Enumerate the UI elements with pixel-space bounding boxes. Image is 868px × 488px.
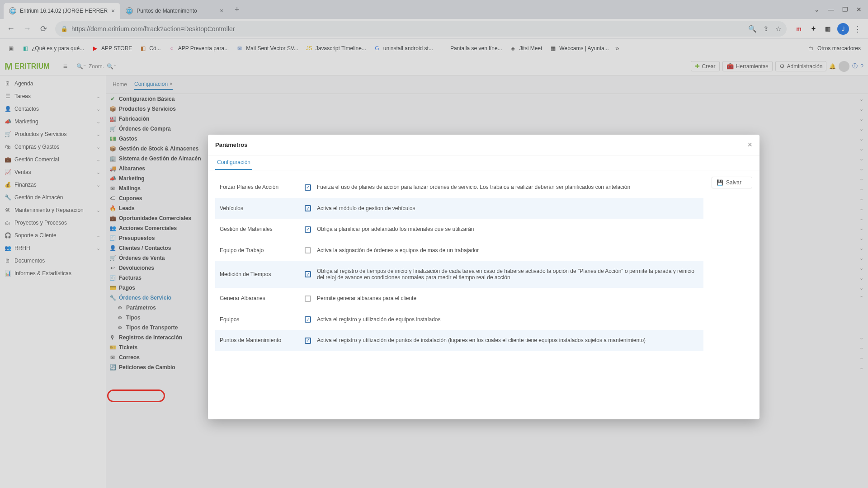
param-description: Fuerza el uso de planes de acción para l… <box>317 184 699 190</box>
param-label: Equipo de Trabajo <box>220 247 299 253</box>
param-label: Medición de Tiempos <box>220 271 299 277</box>
param-row: Generar Albaranes✓Permite generar albara… <box>215 288 703 309</box>
param-description: Activa el registro y utilización de punt… <box>317 337 699 343</box>
param-description: Permite generar albaranes para el client… <box>317 295 699 301</box>
param-row: Equipos✓Activa el registro y utilización… <box>215 309 703 330</box>
parametros-modal: Parámetros × Configuración Forzar Planes… <box>208 135 760 419</box>
param-row: Medición de Tiempos✓Obliga al registro d… <box>215 261 703 288</box>
param-row: Puntos de Mantenimiento✓Activa el regist… <box>215 330 703 351</box>
param-checkbox[interactable]: ✓ <box>305 296 311 302</box>
param-checkbox[interactable]: ✓ <box>305 247 311 253</box>
tab-configuracion[interactable]: Configuración <box>215 155 252 170</box>
save-icon: 💾 <box>717 179 723 186</box>
param-checkbox[interactable]: ✓ <box>305 184 311 191</box>
param-description: Activa la asignación de órdenes a equipo… <box>317 247 699 253</box>
param-label: Puntos de Mantenimiento <box>220 337 299 343</box>
param-checkbox[interactable]: ✓ <box>305 338 311 344</box>
param-label: Generar Albaranes <box>220 295 299 301</box>
param-checkbox[interactable]: ✓ <box>305 271 311 277</box>
param-row: Vehículos✓Activa el módulo de gestion de… <box>215 198 703 219</box>
param-description: Obliga al registro de tiempos de inicio … <box>317 268 699 281</box>
param-label: Vehículos <box>220 205 299 211</box>
param-label: Gestión de Materiales <box>220 226 299 232</box>
close-icon[interactable]: × <box>747 140 752 150</box>
param-description: Activa el registro y utilización de equi… <box>317 316 699 323</box>
param-label: Equipos <box>220 316 299 323</box>
param-checkbox[interactable]: ✓ <box>305 226 311 233</box>
param-description: Obliga a planificar por adelantado los m… <box>317 226 699 232</box>
param-checkbox[interactable]: ✓ <box>305 205 311 211</box>
param-row: Forzar Planes de Acción✓Fuerza el uso de… <box>215 177 703 198</box>
param-label: Forzar Planes de Acción <box>220 184 299 190</box>
param-description: Activa el módulo de gestion de vehículos <box>317 205 699 211</box>
param-row: Gestión de Materiales✓Obliga a planifica… <box>215 219 703 240</box>
modal-title: Parámetros <box>215 141 248 148</box>
param-row: Equipo de Trabajo✓Activa la asignación d… <box>215 240 703 261</box>
save-button[interactable]: 💾Salvar <box>712 177 752 188</box>
param-checkbox[interactable]: ✓ <box>305 316 311 323</box>
